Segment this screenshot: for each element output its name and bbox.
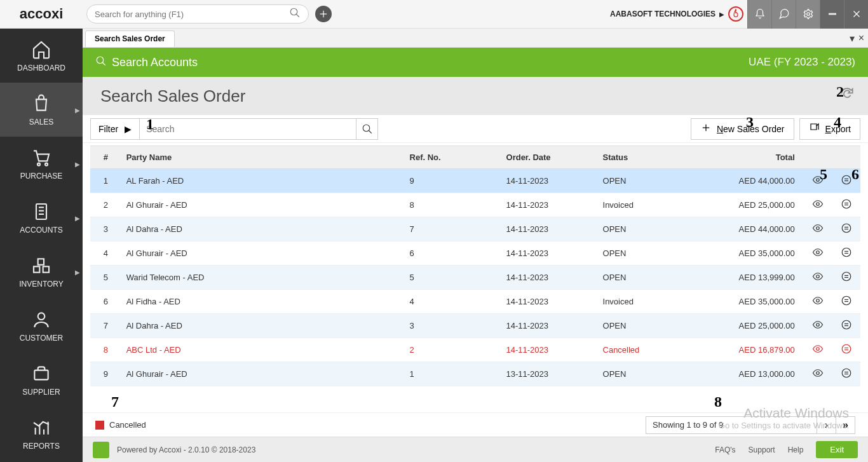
filter-button[interactable]: Filter ▶	[90, 118, 140, 140]
row-more-icon[interactable]	[832, 193, 860, 217]
row-more-icon[interactable]	[832, 290, 860, 314]
row-view-icon[interactable]	[804, 338, 832, 362]
cell-party: AL Farah - AED	[121, 169, 405, 193]
svg-point-37	[817, 227, 820, 230]
sidebar-item-customer[interactable]: CUSTOMER	[0, 299, 83, 353]
table-row[interactable]: 8ABC Ltd - AED214-11-2023CancelledAED 16…	[90, 338, 860, 362]
table-row[interactable]: 3Al Dahra - AED714-11-2023OPENAED 44,000…	[90, 217, 860, 241]
export-icon	[809, 122, 820, 135]
row-view-icon[interactable]	[804, 314, 832, 338]
svg-rect-5	[829, 13, 836, 15]
sidebar-item-label: REPORTS	[23, 442, 60, 451]
row-more-icon[interactable]	[832, 217, 860, 241]
row-view-icon[interactable]	[804, 290, 832, 314]
col-date[interactable]: Order. Date	[501, 146, 598, 169]
cell-party: Al Dahra - AED	[121, 314, 405, 338]
svg-point-42	[842, 248, 851, 257]
row-more-icon[interactable]	[832, 266, 860, 290]
cell-date: 14-11-2023	[501, 169, 598, 193]
row-view-icon[interactable]	[804, 241, 832, 266]
pager-next-button[interactable]: ›	[817, 416, 836, 434]
footer-logo	[93, 442, 109, 458]
notification-badge[interactable]	[728, 6, 743, 22]
row-view-icon[interactable]	[804, 266, 832, 290]
cell-total: AED 13,000.00	[695, 362, 804, 386]
footer-faqs[interactable]: FAQ's	[715, 445, 735, 454]
svg-point-38	[842, 224, 851, 233]
col-status[interactable]: Status	[598, 146, 695, 169]
cell-num: 5	[90, 266, 121, 290]
cell-ref: 8	[405, 193, 501, 217]
chat-icon[interactable]	[771, 0, 796, 29]
col-ref[interactable]: Ref. No.	[405, 146, 501, 169]
tab-minimize-icon[interactable]: ▾	[850, 32, 855, 44]
row-more-icon[interactable]	[832, 241, 860, 266]
company-name[interactable]: AABASOFT TECHNOLOGIES	[610, 10, 715, 18]
col-num[interactable]: #	[90, 146, 121, 169]
sidebar-item-accounts[interactable]: ACCOUNTS▶	[0, 191, 83, 245]
plus-icon	[700, 122, 712, 135]
table-row[interactable]: 5Warid Telecom - AED514-11-2023OPENAED 1…	[90, 266, 860, 290]
table-search-input[interactable]	[140, 124, 356, 134]
svg-point-49	[817, 299, 820, 302]
export-button[interactable]: Export	[799, 118, 860, 140]
chevron-right-icon: ▶	[75, 268, 80, 275]
tab-search-sales-order[interactable]: Search Sales Order	[85, 31, 175, 47]
new-sales-order-button[interactable]: New Sales Order	[691, 118, 794, 140]
col-view	[804, 146, 832, 169]
minimize-button[interactable]	[820, 0, 844, 29]
col-total[interactable]: Total	[695, 146, 804, 169]
svg-point-53	[817, 323, 820, 327]
exit-button[interactable]: Exit	[816, 441, 858, 458]
tab-close-icon[interactable]: ×	[858, 32, 864, 44]
cell-date: 14-11-2023	[501, 266, 598, 290]
table-row[interactable]: 1AL Farah - AED914-11-2023OPENAED 44,000…	[90, 169, 860, 193]
sidebar-item-supplier[interactable]: SUPPLIER	[0, 353, 83, 407]
row-view-icon[interactable]	[804, 193, 832, 217]
sidebar-item-sales[interactable]: SALES▶	[0, 83, 83, 137]
global-search-input[interactable]	[95, 10, 289, 19]
row-more-icon[interactable]	[832, 338, 860, 362]
bell-icon[interactable]	[747, 0, 771, 29]
svg-rect-16	[38, 259, 44, 264]
sidebar-item-dashboard[interactable]: DASHBOARD	[0, 29, 83, 83]
table-row[interactable]: 9Al Ghurair - AED113-11-2023OPENAED 13,0…	[90, 362, 860, 386]
cell-party: Al Ghurair - AED	[121, 241, 405, 266]
svg-point-50	[842, 296, 851, 305]
row-view-icon[interactable]	[804, 362, 832, 386]
row-more-icon[interactable]	[832, 169, 860, 193]
quick-add-button[interactable]	[315, 6, 332, 22]
row-more-icon[interactable]	[832, 362, 860, 386]
global-search[interactable]	[86, 4, 309, 24]
col-party[interactable]: Party Name	[121, 146, 405, 169]
sidebar-item-inventory[interactable]: INVENTORY▶	[0, 245, 83, 299]
svg-point-54	[842, 320, 851, 329]
sidebar-item-label: PURCHASE	[20, 172, 63, 180]
sidebar-item-label: SALES	[29, 118, 54, 126]
footer-help[interactable]: Help	[788, 445, 804, 454]
chevron-right-icon: ▶	[75, 214, 80, 221]
play-icon: ▶	[125, 124, 132, 134]
row-more-icon[interactable]	[832, 314, 860, 338]
table-row[interactable]: 7Al Dahra - AED314-11-2023OPENAED 25,000…	[90, 314, 860, 338]
cell-status: Invoiced	[598, 290, 695, 314]
table-row[interactable]: 6Al Fidha - AED414-11-2023InvoicedAED 35…	[90, 290, 860, 314]
cell-date: 14-11-2023	[501, 314, 598, 338]
row-view-icon[interactable]	[804, 169, 832, 193]
table-search-button[interactable]	[356, 118, 377, 140]
settings-icon[interactable]	[796, 0, 820, 29]
cell-num: 7	[90, 314, 121, 338]
refresh-icon[interactable]	[839, 86, 855, 107]
footer-support[interactable]: Support	[749, 445, 775, 454]
table-row[interactable]: 2Al Ghurair - AED814-11-2023InvoicedAED …	[90, 193, 860, 217]
pager-last-button[interactable]: »	[836, 416, 855, 434]
sidebar-item-reports[interactable]: REPORTS	[0, 407, 83, 461]
close-button[interactable]	[844, 0, 868, 29]
cell-total: AED 25,000.00	[695, 314, 804, 338]
sidebar-item-purchase[interactable]: PURCHASE▶	[0, 137, 83, 191]
app-logo: accoxi	[0, 0, 83, 29]
svg-point-30	[842, 175, 851, 184]
table-row[interactable]: 4Al Ghurair - AED614-11-2023OPENAED 35,0…	[90, 241, 860, 266]
row-view-icon[interactable]	[804, 217, 832, 241]
chevron-right-icon: ▶	[719, 11, 724, 18]
